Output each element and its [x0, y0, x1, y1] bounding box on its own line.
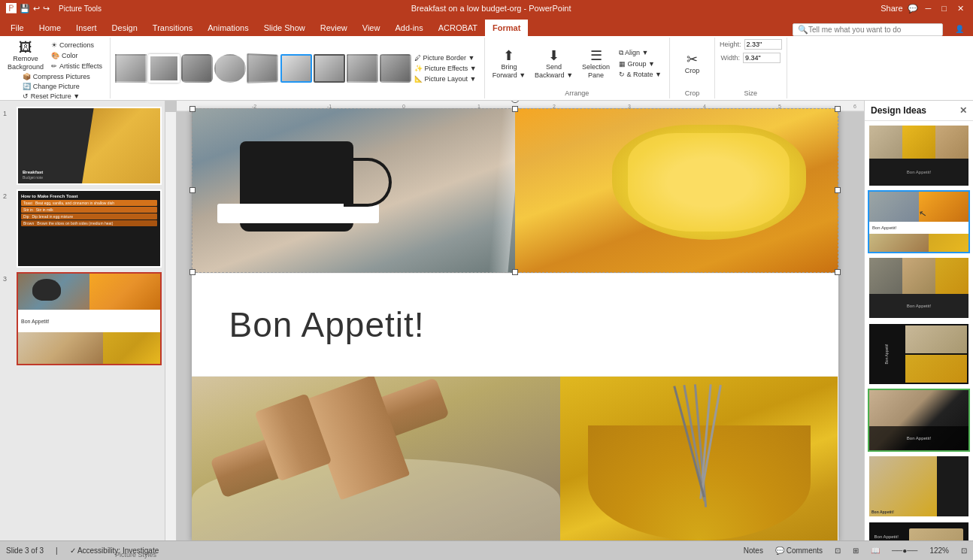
tab-view[interactable]: View	[355, 20, 388, 36]
comments-button[interactable]: 💬 Comments	[775, 546, 823, 555]
design-idea-2-image: Bon Appetit! ↖	[869, 192, 968, 252]
tab-transitions[interactable]: Transitions	[145, 20, 200, 36]
color-button[interactable]: 🎨 Color	[48, 51, 105, 60]
ps-item-3[interactable]	[181, 54, 213, 83]
picture-border-button[interactable]: 🖊 Picture Border ▼	[411, 53, 480, 62]
send-backward-icon: ⬇	[548, 49, 559, 62]
design-idea-5[interactable]: Bon Appetit!	[868, 389, 970, 452]
adjust-small-group: ☀ Corrections 🎨 Color ✏ Artistic Effects	[48, 41, 105, 71]
ps-item-8[interactable]	[347, 54, 378, 83]
tab-design[interactable]: Design	[105, 20, 145, 36]
slide-thumb-1[interactable]: Breakfast Budget note	[17, 107, 162, 185]
share-button[interactable]: Share	[881, 4, 902, 14]
ps-item-2[interactable]	[148, 54, 180, 83]
design-ideas-title: Design Ideas	[871, 105, 926, 116]
ps-item-4[interactable]	[214, 54, 246, 83]
ribbon: 🖼 Remove Background ☀ Corrections 🎨 Colo…	[0, 36, 973, 101]
design-idea-2[interactable]: Bon Appetit! ↖	[868, 190, 970, 253]
design-idea-6-image: Bon Appetit!	[869, 456, 968, 516]
window-controls: Share 💬 ─ □ ✕	[881, 4, 967, 14]
height-input-row: Height:	[720, 39, 782, 50]
corrections-button[interactable]: ☀ Corrections	[48, 41, 105, 50]
height-input[interactable]	[744, 39, 782, 50]
coffee-image	[192, 108, 515, 273]
change-picture-button[interactable]: 🔄 Change Picture	[20, 82, 83, 91]
reset-picture-button[interactable]: ↺ Reset Picture ▼	[20, 92, 83, 101]
ps-item-7[interactable]	[314, 54, 345, 83]
close-button[interactable]: ✕	[954, 4, 967, 14]
tab-acrobat[interactable]: ACROBAT	[431, 20, 485, 36]
tab-insert[interactable]: Insert	[68, 20, 105, 36]
ps-item-9[interactable]	[380, 54, 411, 83]
svg-text:6: 6	[853, 104, 856, 109]
bring-forward-button[interactable]: ⬆ Bring Forward ▼	[490, 47, 529, 80]
tab-file[interactable]: File	[3, 20, 32, 36]
bring-forward-icon: ⬆	[503, 49, 514, 62]
design-idea-4[interactable]: Bon Appetit!	[868, 322, 970, 386]
search-input[interactable]	[808, 26, 929, 34]
design-ideas-panel: Design Ideas ✕ Bon Appetit!	[864, 101, 973, 540]
send-backward-button[interactable]: ⬇ Send Backward ▼	[532, 47, 576, 80]
canvas-area: -2 -1 0 1 2 3 4 5 6	[165, 101, 864, 540]
artistic-effects-button[interactable]: ✏ Artistic Effects	[48, 62, 105, 71]
comments-icon[interactable]: 💬	[908, 4, 918, 14]
ribbon-group-arrange: ⬆ Bring Forward ▼ ⬇ Send Backward ▼ ☰ Se…	[485, 38, 670, 98]
ps-item-6[interactable]	[280, 54, 312, 83]
tab-addins[interactable]: Add-ins	[387, 20, 430, 36]
title-bar-left: 🅿 💾 ↩ ↪ Picture Tools	[6, 2, 102, 14]
rotate-button[interactable]: ↻ & Rotate ▼	[616, 70, 665, 79]
design-idea-3-image: Bon Appetit!	[869, 258, 968, 318]
compress-pictures-button[interactable]: 📦 Compress Pictures	[20, 72, 93, 81]
align-button[interactable]: ⧉ Align ▼	[616, 48, 665, 58]
quick-access-save[interactable]: 💾	[20, 4, 30, 14]
tab-format[interactable]: Format	[485, 20, 528, 36]
maximize-button[interactable]: □	[938, 4, 950, 14]
picture-effects-button[interactable]: ✨ Picture Effects ▼	[411, 64, 480, 73]
minimize-button[interactable]: ─	[923, 4, 935, 14]
picture-layout-button[interactable]: 📐 Picture Layout ▼	[411, 74, 480, 83]
view-normal[interactable]: ⊡	[835, 546, 841, 555]
align-group: ⧉ Align ▼ ▦ Group ▼ ↻ & Rotate ▼	[616, 48, 665, 79]
color-icon: 🎨	[51, 52, 59, 59]
slide-thumb-2[interactable]: How to Make French Toast Toast Beat egg,…	[17, 189, 162, 268]
crop-button[interactable]: ✂ Crop	[679, 51, 706, 76]
design-panel-close-button[interactable]: ✕	[959, 105, 967, 116]
quick-access-redo[interactable]: ↪	[43, 4, 50, 14]
slide-num-3: 3	[3, 272, 14, 283]
remove-background-button[interactable]: 🖼 Remove Background	[5, 39, 47, 72]
slide-canvas[interactable]: Bon Appetit!	[192, 108, 838, 540]
design-idea-6[interactable]: Bon Appetit!	[868, 455, 970, 518]
ps-item-1[interactable]	[115, 54, 147, 83]
tool-context: Picture Tools	[59, 5, 102, 13]
tab-home[interactable]: Home	[32, 20, 68, 36]
arrange-buttons: ⬆ Bring Forward ▼ ⬇ Send Backward ▼ ☰ Se…	[490, 39, 665, 88]
design-idea-7[interactable]: Bon Appetit!	[868, 521, 970, 540]
fit-slide-button[interactable]: ⊡	[961, 546, 967, 555]
tab-slideshow[interactable]: Slide Show	[256, 20, 313, 36]
picture-style-buttons: 🖊 Picture Border ▼ ✨ Picture Effects ▼ 📐…	[411, 53, 480, 83]
group-button[interactable]: ▦ Group ▼	[616, 59, 665, 68]
search-bar[interactable]: 🔍	[793, 23, 943, 36]
slide-3-image: Bon Appetit!	[18, 274, 160, 364]
ps-item-5[interactable]	[247, 53, 277, 83]
tab-review[interactable]: Review	[313, 20, 355, 36]
zoom-level: 122%	[929, 546, 949, 555]
window-title: Breakfast on a low budget-org - PowerPoi…	[411, 4, 571, 13]
ribbon-group-picture-styles: 🖊 Picture Border ▼ ✨ Picture Effects ▼ 📐…	[111, 38, 485, 98]
width-input[interactable]	[743, 53, 781, 63]
slide-1-image: Breakfast Budget note	[18, 108, 160, 183]
design-idea-3[interactable]: Bon Appetit!	[868, 256, 970, 319]
zoom-slider[interactable]: ──●──	[892, 546, 917, 555]
slide-thumb-3[interactable]: Bon Appetit!	[17, 272, 162, 365]
view-reading[interactable]: 📖	[871, 546, 880, 555]
tab-animations[interactable]: Animations	[200, 20, 256, 36]
top-image-section	[192, 108, 838, 273]
ribbon-group-adjust: 🖼 Remove Background ☀ Corrections 🎨 Colo…	[0, 38, 111, 98]
design-panel-header: Design Ideas ✕	[865, 101, 973, 121]
notes-button[interactable]: Notes	[744, 546, 763, 555]
user-account[interactable]: 👤	[949, 22, 970, 36]
design-idea-1[interactable]: Bon Appetit!	[868, 124, 970, 187]
selection-pane-button[interactable]: ☰ Selection Pane	[579, 47, 613, 80]
view-slideshow[interactable]: ⊞	[853, 546, 859, 555]
quick-access-undo[interactable]: ↩	[33, 4, 40, 14]
